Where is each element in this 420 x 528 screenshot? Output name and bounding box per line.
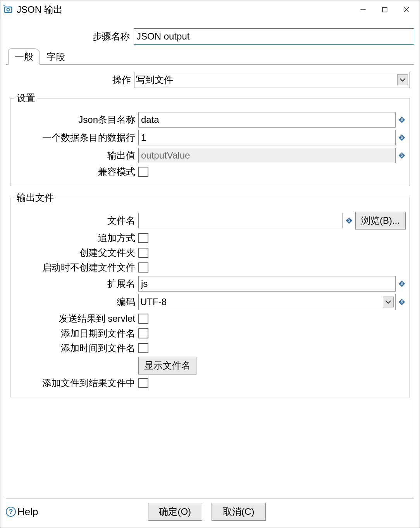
svg-text:$: $	[401, 153, 403, 157]
operation-select[interactable]: 写到文件	[134, 72, 410, 88]
variable-icon[interactable]: $	[398, 116, 406, 124]
operation-value: 写到文件	[136, 74, 173, 86]
append-mode-label: 追加方式	[14, 232, 138, 244]
output-file-group: 输出文件 文件名 $ 浏览(B)... 追加方式 创建父文件夹	[10, 192, 410, 397]
output-value-input	[138, 148, 396, 163]
browse-button[interactable]: 浏览(B)...	[355, 212, 406, 229]
create-parent-label: 创建父文件夹	[14, 247, 138, 259]
svg-text:$: $	[401, 117, 403, 122]
step-name-input[interactable]	[134, 28, 414, 45]
extension-row: 扩展名 $	[14, 276, 406, 292]
dialog-window: JSON 输出 步骤名称 一般 字段 操作 写到文件	[0, 0, 420, 528]
create-parent-checkbox[interactable]	[138, 248, 148, 258]
data-rows-label: 一个数据条目的数据行	[14, 131, 138, 144]
maximize-button[interactable]	[374, 0, 396, 19]
append-mode-row: 追加方式	[14, 232, 406, 244]
app-icon	[3, 4, 14, 15]
encoding-row: 编码 UTF-8 $	[14, 294, 406, 310]
footer-buttons: 确定(O) 取消(C)	[38, 503, 375, 521]
encoding-label: 编码	[14, 296, 138, 308]
add-to-result-row: 添加文件到结果文件中	[14, 377, 406, 389]
extension-input[interactable]	[138, 276, 396, 292]
dont-create-at-init-checkbox[interactable]	[138, 262, 148, 273]
minimize-button[interactable]	[352, 0, 374, 19]
help-button[interactable]: ? Help	[6, 506, 38, 518]
add-to-result-label: 添加文件到结果文件中	[14, 377, 138, 389]
output-file-legend: 输出文件	[14, 192, 56, 204]
operation-row: 操作 写到文件	[10, 72, 410, 88]
operation-label: 操作	[10, 74, 134, 86]
output-value-label: 输出值	[14, 149, 138, 162]
help-label: Help	[17, 506, 38, 518]
titlebar: JSON 输出	[0, 0, 420, 19]
encoding-value: UTF-8	[140, 297, 167, 307]
compat-mode-row: 兼容模式	[14, 166, 406, 178]
append-mode-checkbox[interactable]	[138, 233, 148, 243]
json-entry-name-row: Json条目名称 $	[14, 112, 406, 128]
show-filename-button[interactable]: 显示文件名	[138, 357, 196, 374]
variable-icon[interactable]: $	[345, 217, 353, 224]
add-time-label: 添加时间到文件名	[14, 342, 138, 354]
cancel-button[interactable]: 取消(C)	[212, 503, 266, 521]
output-value-row: 输出值 $	[14, 148, 406, 163]
dialog-footer: ? Help 确定(O) 取消(C)	[0, 499, 420, 528]
svg-rect-0	[5, 7, 12, 12]
step-name-label: 步骤名称	[6, 30, 134, 43]
add-date-label: 添加日期到文件名	[14, 327, 138, 340]
window-title: JSON 输出	[17, 3, 352, 16]
show-filename-row: 显示文件名	[14, 357, 406, 374]
settings-group: 设置 Json条目名称 $ 一个数据条目的数据行 $ 输	[10, 92, 410, 186]
compat-mode-label: 兼容模式	[14, 166, 138, 178]
settings-legend: 设置	[14, 92, 38, 104]
close-button[interactable]	[396, 0, 417, 19]
chevron-down-icon	[397, 74, 408, 85]
data-rows-input[interactable]	[138, 130, 396, 145]
svg-text:$: $	[401, 135, 403, 140]
variable-icon[interactable]: $	[398, 152, 406, 159]
svg-point-1	[7, 9, 10, 11]
create-parent-row: 创建父文件夹	[14, 247, 406, 259]
filename-input[interactable]	[138, 213, 343, 228]
variable-icon[interactable]: $	[398, 280, 406, 288]
svg-text:$: $	[401, 300, 403, 304]
data-rows-row: 一个数据条目的数据行 $	[14, 130, 406, 145]
svg-text:$: $	[348, 218, 350, 223]
extension-label: 扩展名	[14, 278, 138, 290]
variable-icon[interactable]: $	[398, 298, 406, 306]
tab-general-body: 操作 写到文件 设置 Json条目名称 $	[6, 65, 414, 499]
send-servlet-label: 发送结果到 servlet	[14, 312, 138, 325]
dont-create-at-init-label: 启动时不创建文件文件	[14, 261, 138, 274]
compat-mode-checkbox[interactable]	[138, 167, 148, 177]
dialog-content: 步骤名称 一般 字段 操作 写到文件 设置 Json条目名称	[0, 19, 420, 499]
tab-fields[interactable]: 字段	[40, 49, 72, 65]
chevron-down-icon	[383, 297, 394, 307]
step-name-row: 步骤名称	[6, 28, 414, 45]
tab-general[interactable]: 一般	[8, 48, 40, 65]
help-icon: ?	[6, 507, 16, 517]
encoding-select[interactable]: UTF-8	[138, 294, 396, 310]
variable-icon[interactable]: $	[398, 134, 406, 141]
json-entry-name-label: Json条目名称	[14, 114, 138, 126]
window-controls	[352, 0, 417, 19]
add-date-row: 添加日期到文件名	[14, 327, 406, 340]
svg-rect-3	[382, 7, 387, 12]
ok-button[interactable]: 确定(O)	[148, 503, 202, 521]
filename-label: 文件名	[14, 214, 138, 227]
svg-text:$: $	[401, 281, 403, 286]
dont-create-at-init-row: 启动时不创建文件文件	[14, 261, 406, 274]
send-servlet-row: 发送结果到 servlet	[14, 312, 406, 325]
add-to-result-checkbox[interactable]	[138, 378, 148, 388]
add-time-row: 添加时间到文件名	[14, 342, 406, 354]
filename-row: 文件名 $ 浏览(B)...	[14, 212, 406, 229]
add-date-checkbox[interactable]	[138, 328, 148, 338]
add-time-checkbox[interactable]	[138, 343, 148, 353]
send-servlet-checkbox[interactable]	[138, 314, 148, 324]
tab-bar: 一般 字段	[6, 49, 414, 65]
json-entry-name-input[interactable]	[138, 112, 396, 128]
